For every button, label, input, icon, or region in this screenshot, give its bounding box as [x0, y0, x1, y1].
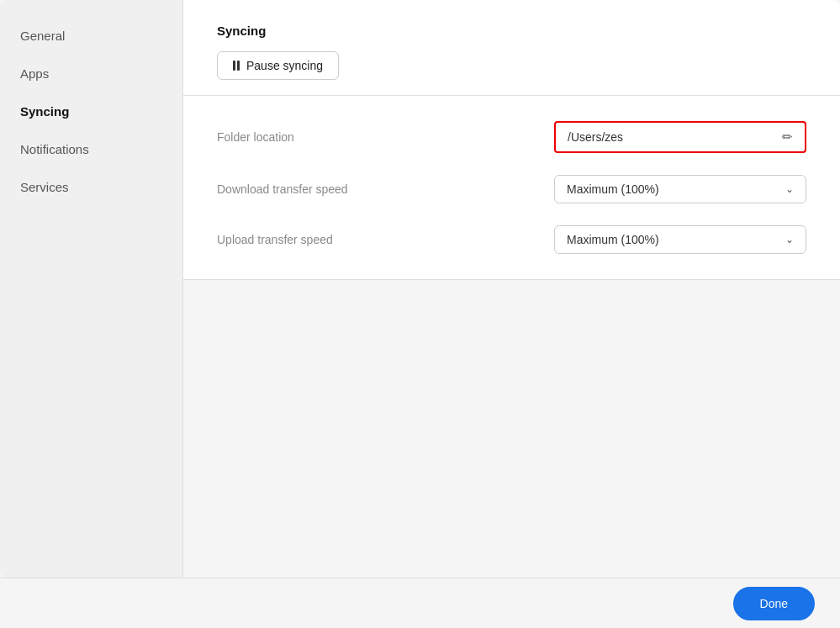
sidebar-item-services[interactable]: Services	[0, 168, 182, 206]
upload-speed-dropdown[interactable]: Maximum (100%) ⌄	[554, 225, 806, 254]
download-speed-dropdown[interactable]: Maximum (100%) ⌄	[554, 175, 806, 203]
sidebar-item-syncing[interactable]: Syncing	[0, 92, 182, 130]
settings-section: Folder location /Users/zes ✏ Download tr…	[183, 96, 840, 280]
upload-speed-label: Upload transfer speed	[217, 233, 402, 246]
sidebar-item-apps[interactable]: Apps	[0, 55, 182, 92]
folder-location-row: Folder location /Users/zes ✏	[217, 121, 806, 153]
folder-path-text: /Users/zes	[568, 130, 623, 144]
sidebar-item-label: Notifications	[20, 142, 89, 156]
download-speed-value: Maximum (100%)	[567, 182, 659, 196]
footer: Done	[0, 578, 840, 628]
sidebar-item-label: Apps	[20, 66, 49, 81]
chevron-down-icon: ⌄	[785, 234, 794, 245]
upload-speed-value: Maximum (100%)	[567, 233, 659, 246]
download-speed-control: Maximum (100%) ⌄	[402, 175, 806, 203]
chevron-down-icon: ⌄	[785, 183, 794, 195]
edit-icon[interactable]: ✏	[782, 129, 793, 145]
folder-location-control: /Users/zes ✏	[402, 121, 806, 153]
done-button[interactable]: Done	[733, 587, 815, 620]
folder-location-field[interactable]: /Users/zes ✏	[554, 121, 806, 153]
download-speed-row: Download transfer speed Maximum (100%) ⌄	[217, 175, 806, 203]
section-title: Syncing	[217, 24, 806, 38]
sidebar-item-general[interactable]: General	[0, 17, 182, 55]
pause-syncing-label: Pause syncing	[246, 59, 323, 72]
sidebar-item-label: General	[20, 29, 65, 43]
sidebar-item-label: Syncing	[20, 104, 69, 119]
folder-location-label: Folder location	[217, 130, 402, 144]
upload-speed-row: Upload transfer speed Maximum (100%) ⌄	[217, 225, 806, 254]
empty-area	[183, 280, 840, 578]
pause-syncing-button[interactable]: Pause syncing	[217, 51, 339, 80]
pause-bar-right	[237, 61, 240, 71]
sidebar: General Apps Syncing Notifications Servi…	[0, 0, 183, 578]
syncing-section-header: Syncing Pause syncing	[183, 0, 840, 96]
pause-icon	[233, 61, 240, 71]
pause-bar-left	[233, 61, 235, 71]
upload-speed-control: Maximum (100%) ⌄	[402, 225, 806, 254]
main-content: Syncing Pause syncing Folder location /U…	[183, 0, 840, 578]
sidebar-item-notifications[interactable]: Notifications	[0, 130, 182, 168]
download-speed-label: Download transfer speed	[217, 182, 402, 196]
sidebar-item-label: Services	[20, 180, 69, 194]
